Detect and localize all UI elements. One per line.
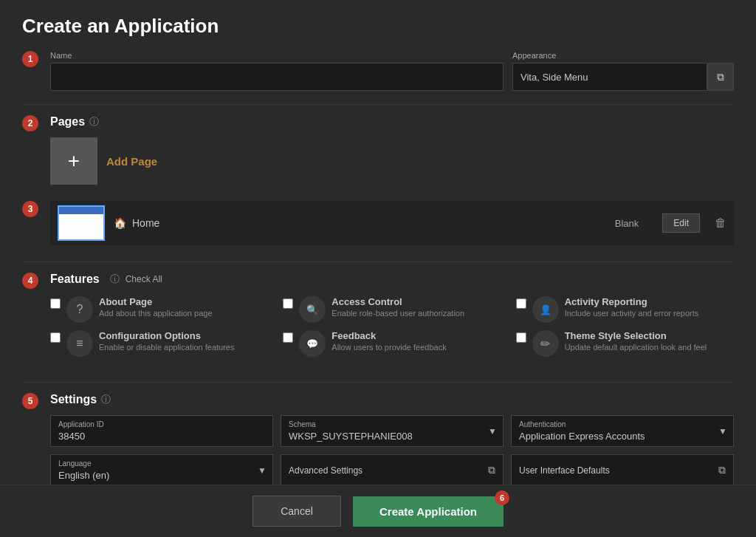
ui-defaults-link-icon: ⧉ <box>718 464 726 476</box>
page-thumbnail <box>58 205 105 241</box>
feature-item-activity: 👤 Activity Reporting Include user activi… <box>516 296 734 323</box>
step-badge-2: 2 <box>22 115 38 131</box>
feature-desc-access: Enable role-based user authorization <box>331 309 501 318</box>
appearance-link-button[interactable]: ⧉ <box>707 63 734 91</box>
feature-name-about: About Page <box>99 296 268 307</box>
feature-text-theme: Theme Style Selection Update default app… <box>565 330 734 352</box>
pages-title: Pages <box>50 115 85 129</box>
page-info: 🏠 Home Blank <box>114 217 653 229</box>
step-badge-3: 3 <box>22 201 38 217</box>
feature-name-config: Configuration Options <box>99 330 268 341</box>
language-field[interactable]: Language English (en) ▼ <box>50 454 273 486</box>
features-grid: ? About Page Add about this application … <box>50 296 734 357</box>
name-label: Name <box>50 51 504 60</box>
schema-dropdown-arrow: ▼ <box>488 426 497 437</box>
feature-checkbox-activity[interactable] <box>516 298 526 309</box>
page-title: Create an Application <box>22 15 734 38</box>
name-field: Name <box>50 51 504 91</box>
feature-checkbox-config[interactable] <box>50 332 61 343</box>
appearance-field: Appearance Vita, Side Menu ⧉ <box>512 51 734 91</box>
schema-label: Schema <box>289 420 481 428</box>
advanced-settings-label: Advanced Settings <box>289 465 362 476</box>
page-name: Home <box>132 217 159 229</box>
settings-grid-top: Application ID 38450 Schema WKSP_SUYSTEP… <box>50 415 734 447</box>
settings-title: Settings <box>50 393 97 406</box>
feature-item-theme: ✏ Theme Style Selection Update default a… <box>516 330 734 357</box>
feature-icon-access: 🔍 <box>299 296 326 323</box>
language-dropdown-arrow: ▼ <box>258 465 267 476</box>
step-badge-1: 1 <box>22 51 38 67</box>
advanced-settings-link-icon: ⧉ <box>488 464 495 476</box>
add-page-button[interactable]: + <box>50 137 97 185</box>
feature-name-theme: Theme Style Selection <box>565 330 734 341</box>
home-icon: 🏠 <box>114 217 126 229</box>
cancel-button[interactable]: Cancel <box>252 496 341 527</box>
appearance-label: Appearance <box>512 51 734 60</box>
auth-dropdown-arrow: ▼ <box>718 426 727 437</box>
feature-text-config: Configuration Options Enable or disable … <box>99 330 268 352</box>
check-all-link[interactable]: Check All <box>126 274 162 284</box>
language-label: Language <box>58 459 250 468</box>
feature-text-about: About Page Add about this application pa… <box>99 296 268 318</box>
feature-checkbox-feedback[interactable] <box>283 332 293 343</box>
app-id-label: Application ID <box>58 420 265 428</box>
feature-text-access: Access Control Enable role-based user au… <box>331 296 501 318</box>
page-delete-icon[interactable]: 🗑 <box>715 216 726 230</box>
name-input[interactable] <box>50 63 504 91</box>
feature-icon-feedback: 💬 <box>299 330 326 357</box>
feature-icon-theme: ✏ <box>532 330 559 357</box>
feature-checkbox-access[interactable] <box>283 298 293 309</box>
ui-defaults-label: User Interface Defaults <box>519 465 610 476</box>
feature-checkbox-theme[interactable] <box>516 332 526 343</box>
feature-item-about: ? About Page Add about this application … <box>50 296 268 323</box>
step-badge-6: 6 <box>495 490 509 505</box>
pages-help-icon[interactable]: ⓘ <box>89 115 99 129</box>
feature-text-activity: Activity Reporting Include user activity… <box>565 296 734 318</box>
feature-name-access: Access Control <box>331 296 501 307</box>
auth-value: Application Express Accounts <box>519 431 711 442</box>
feature-desc-about: Add about this application page <box>99 309 268 318</box>
footer-bar: Cancel Create Application 6 <box>0 485 756 537</box>
page-container: Create an Application 1 Name Appearance … <box>0 0 756 537</box>
schema-field[interactable]: Schema WKSP_SUYSTEPHANIE008 ▼ <box>281 415 504 447</box>
app-id-field: Application ID 38450 <box>50 415 273 447</box>
feature-item-access: 🔍 Access Control Enable role-based user … <box>283 296 501 323</box>
feature-icon-about: ? <box>66 296 93 323</box>
add-page-row: + Add Page <box>50 137 734 185</box>
settings-grid-bottom: Language English (en) ▼ Advanced Setting… <box>50 454 734 486</box>
features-header: Features ⓘ Check All <box>50 273 734 286</box>
feature-name-feedback: Feedback <box>331 330 501 341</box>
feature-desc-config: Enable or disable application features <box>99 343 268 352</box>
settings-help-icon[interactable]: ⓘ <box>101 393 111 406</box>
feature-checkbox-about[interactable] <box>50 298 61 309</box>
page-edit-button[interactable]: Edit <box>662 213 700 233</box>
page-type: Blank <box>615 218 639 229</box>
ui-defaults-field[interactable]: User Interface Defaults ⧉ <box>511 454 734 486</box>
feature-desc-activity: Include user activity and error reports <box>565 309 734 318</box>
schema-value: WKSP_SUYSTEPHANIE008 <box>289 431 481 442</box>
step-badge-5: 5 <box>22 393 38 409</box>
app-id-value: 38450 <box>58 431 265 442</box>
feature-desc-theme: Update default application look and feel <box>565 343 734 352</box>
step-badge-4: 4 <box>22 273 38 289</box>
feature-name-activity: Activity Reporting <box>565 296 734 307</box>
settings-section-header: Settings ⓘ <box>50 393 734 406</box>
advanced-settings-field[interactable]: Advanced Settings ⧉ <box>281 454 504 486</box>
feature-icon-activity: 👤 <box>532 296 559 323</box>
appearance-value: Vita, Side Menu <box>512 63 707 91</box>
feature-desc-feedback: Allow users to provide feedback <box>331 343 501 352</box>
auth-label: Authentication <box>519 420 711 428</box>
create-application-button[interactable]: Create Application 6 <box>353 496 504 527</box>
pages-section-header: Pages ⓘ <box>50 115 734 129</box>
features-help-icon[interactable]: ⓘ <box>110 273 120 286</box>
feature-item-config: ≡ Configuration Options Enable or disabl… <box>50 330 268 357</box>
feature-item-feedback: 💬 Feedback Allow users to provide feedba… <box>283 330 501 357</box>
add-page-label[interactable]: Add Page <box>106 155 157 168</box>
features-title: Features <box>50 273 100 286</box>
feature-icon-config: ≡ <box>66 330 93 357</box>
page-item: 🏠 Home Blank Edit 🗑 <box>50 201 734 245</box>
language-value: English (en) <box>58 470 250 481</box>
feature-text-feedback: Feedback Allow users to provide feedback <box>331 330 501 352</box>
auth-field[interactable]: Authentication Application Express Accou… <box>511 415 734 447</box>
